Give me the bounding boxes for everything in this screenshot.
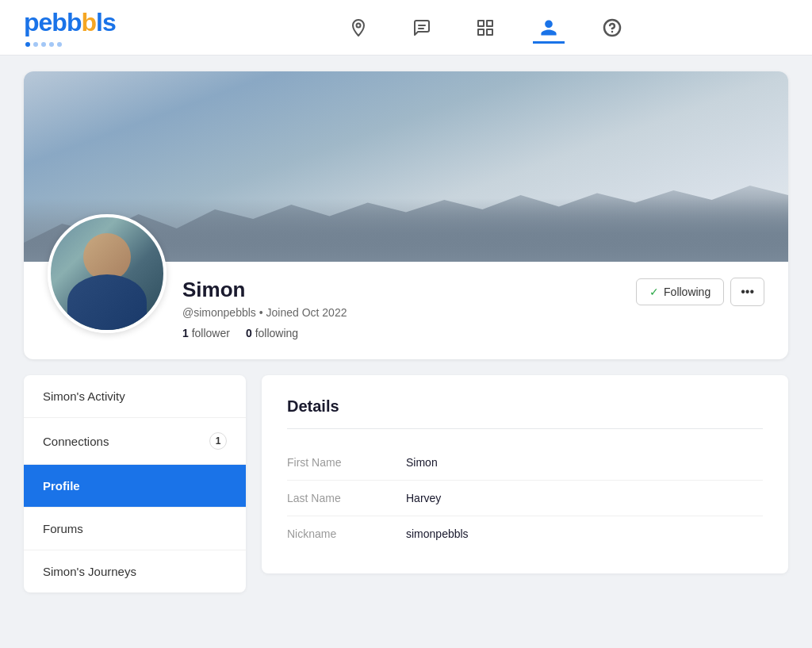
main-content: Simon @simonpebbls • Joined Oct 2022 1 f… bbox=[0, 56, 812, 608]
sidebar-item-simons-activity[interactable]: Simon's Activity bbox=[24, 375, 246, 418]
sidebar-item-label: Forums bbox=[43, 522, 83, 535]
more-icon: ••• bbox=[741, 285, 754, 298]
sidebar-item-forums[interactable]: Forums bbox=[24, 508, 246, 550]
logo-dots bbox=[25, 42, 116, 47]
header: pebbbls bbox=[0, 0, 812, 56]
following-count: 0 bbox=[246, 327, 252, 339]
handle-separator: • bbox=[259, 306, 266, 319]
connections-badge: 1 bbox=[209, 432, 227, 450]
logo-wrapper: pebbbls bbox=[24, 8, 116, 47]
sidebar-item-label: Simon's Activity bbox=[43, 389, 125, 403]
profile-stats: 1 follower 0 following bbox=[182, 327, 764, 339]
logo-area: pebbbls bbox=[24, 8, 182, 47]
logo-dot-3 bbox=[41, 42, 46, 47]
svg-point-0 bbox=[357, 23, 361, 27]
following-btn-area: ✓ Following ••• bbox=[636, 278, 764, 306]
detail-value-firstname: Simon bbox=[406, 456, 438, 469]
sidebar-item-label: Connections bbox=[43, 435, 109, 448]
followers-count: 1 bbox=[182, 327, 189, 339]
detail-label-firstname: First Name bbox=[287, 456, 406, 469]
avatar-wrapper bbox=[48, 214, 167, 333]
sidebar-item-label: Simon's Journeys bbox=[43, 565, 136, 578]
logo-dot-4 bbox=[49, 42, 54, 47]
detail-row-nickname: Nickname simonpebbls bbox=[287, 516, 763, 551]
avatar bbox=[48, 214, 167, 333]
profile-info-area: Simon @simonpebbls • Joined Oct 2022 1 f… bbox=[24, 262, 788, 359]
logo-text: pebbbls bbox=[24, 8, 116, 37]
svg-rect-5 bbox=[478, 29, 484, 35]
logo-text-pebb: pebb bbox=[24, 8, 81, 36]
detail-value-nickname: simonpebbls bbox=[406, 527, 469, 540]
nav-bar bbox=[343, 12, 628, 44]
handle-text: @simonpebbls bbox=[182, 306, 256, 319]
followers-stat[interactable]: 1 follower bbox=[182, 327, 230, 339]
following-button[interactable]: ✓ Following bbox=[636, 278, 724, 305]
followers-label: follower bbox=[192, 327, 230, 339]
detail-value-lastname: Harvey bbox=[406, 492, 441, 504]
following-stat[interactable]: 0 following bbox=[246, 327, 298, 339]
location-pin-icon[interactable] bbox=[343, 12, 374, 44]
sidebar: Simon's Activity Connections 1 Profile F… bbox=[24, 375, 246, 592]
joined-text: Joined Oct 2022 bbox=[266, 306, 347, 319]
profile-handle: @simonpebbls • Joined Oct 2022 bbox=[182, 306, 764, 319]
details-panel: Details First Name Simon Last Name Harve… bbox=[262, 375, 788, 573]
logo-dot-5 bbox=[57, 42, 62, 47]
logo-text-ls: ls bbox=[96, 8, 116, 36]
details-title: Details bbox=[287, 397, 763, 429]
logo-text-orange: b bbox=[81, 8, 96, 36]
detail-row-firstname: First Name Simon bbox=[287, 445, 763, 481]
svg-rect-4 bbox=[487, 21, 492, 26]
detail-row-lastname: Last Name Harvey bbox=[287, 481, 763, 516]
chat-icon[interactable] bbox=[406, 12, 438, 44]
detail-label-lastname: Last Name bbox=[287, 492, 406, 504]
profile-card: Simon @simonpebbls • Joined Oct 2022 1 f… bbox=[24, 71, 788, 359]
more-options-button[interactable]: ••• bbox=[730, 278, 764, 306]
sidebar-item-connections[interactable]: Connections 1 bbox=[24, 418, 246, 465]
check-icon: ✓ bbox=[649, 286, 659, 298]
person-icon[interactable] bbox=[533, 12, 565, 44]
svg-rect-6 bbox=[487, 29, 492, 35]
following-label: following bbox=[255, 327, 298, 339]
detail-label-nickname: Nickname bbox=[287, 527, 406, 540]
bottom-area: Simon's Activity Connections 1 Profile F… bbox=[24, 375, 788, 592]
sidebar-item-profile[interactable]: Profile bbox=[24, 465, 246, 508]
svg-rect-3 bbox=[478, 21, 484, 26]
logo-dot-2 bbox=[33, 42, 38, 47]
following-button-label: Following bbox=[664, 286, 710, 298]
sidebar-item-label: Profile bbox=[43, 479, 80, 493]
grid-icon[interactable] bbox=[469, 12, 501, 44]
help-icon[interactable] bbox=[596, 12, 628, 44]
sidebar-item-simons-journeys[interactable]: Simon's Journeys bbox=[24, 550, 246, 592]
logo-dot-1 bbox=[25, 42, 30, 47]
